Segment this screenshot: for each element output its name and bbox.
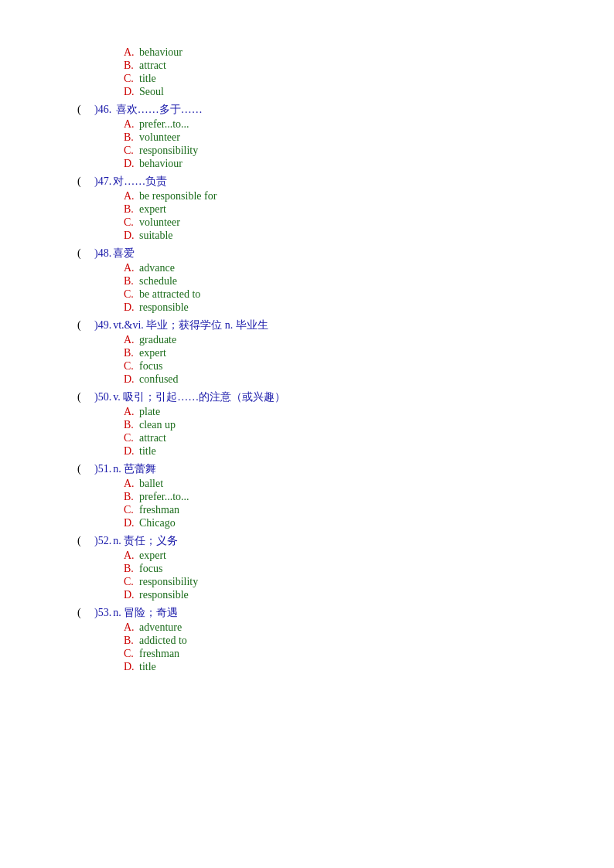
question-number-48: )48. [94, 247, 111, 260]
option-letter-52-d: D. [124, 589, 139, 601]
option-text-45-b: attract [139, 60, 166, 72]
option-text-53-c: freshman [139, 648, 179, 660]
options-53: A. adventure B. addicted to C. freshman … [124, 621, 537, 673]
option-46-c: C. responsibility [124, 145, 537, 157]
option-letter-51-b: B. [124, 491, 139, 503]
option-letter-52-a: A. [124, 550, 139, 562]
question-line-47: ( )47. 对……负责 [77, 175, 537, 189]
option-47-c: C. volunteer [124, 216, 537, 229]
option-47-a: A. be responsible for [124, 190, 537, 203]
question-line-52: ( )52. n. 责任；义务 [77, 534, 537, 548]
option-53-b: B. addicted to [124, 635, 537, 647]
option-45-d: D. Seoul [124, 86, 537, 98]
question-content-52: n. 责任；义务 [113, 534, 178, 548]
question-line-48: ( )48. 喜爱 [77, 247, 537, 260]
options-48: A. advance B. schedule C. be attracted t… [124, 262, 537, 314]
option-text-53-a: adventure [139, 621, 182, 634]
option-50-d: D. title [124, 445, 537, 458]
options-46: A. prefer...to... B. volunteer C. respon… [124, 118, 537, 170]
option-letter-45-a: A. [124, 46, 139, 59]
option-text-47-a: be responsible for [139, 190, 217, 203]
question-number-53: )53. [94, 607, 111, 619]
option-letter-49-a: A. [124, 334, 139, 346]
question-block-48: ( )48. 喜爱 A. advance B. schedule C. be a… [77, 247, 537, 314]
option-letter-53-a: A. [124, 621, 139, 634]
paren-left-47: ( [77, 175, 93, 188]
question-content-48: 喜爱 [113, 247, 135, 260]
question-content-49: vt.&vi. 毕业；获得学位 n. 毕业生 [113, 318, 268, 332]
option-text-48-c: be attracted to [139, 288, 200, 301]
option-letter-48-a: A. [124, 262, 139, 274]
option-49-a: A. graduate [124, 334, 537, 346]
option-text-52-b: focus [139, 563, 162, 575]
question-line-46: ( )46. 喜欢……多于…… [77, 103, 537, 117]
question-block-47: ( )47. 对……负责 A. be responsible for B. ex… [77, 175, 537, 242]
option-text-45-a: behaviour [139, 46, 182, 59]
option-text-46-c: responsibility [139, 145, 198, 157]
option-letter-46-c: C. [124, 145, 139, 157]
option-letter-49-b: B. [124, 347, 139, 359]
question-block-52: ( )52. n. 责任；义务 A. expert B. focus C. re… [77, 534, 537, 601]
option-45-c: C. title [124, 73, 537, 85]
option-53-a: A. adventure [124, 621, 537, 634]
question-number-52: )52. [94, 535, 111, 547]
option-text-49-c: focus [139, 360, 162, 373]
option-46-a: A. prefer...to... [124, 118, 537, 131]
option-letter-46-d: D. [124, 158, 139, 170]
question-number-49: )49. [94, 319, 111, 332]
option-letter-50-a: A. [124, 406, 139, 418]
question-number-51: )51. [94, 463, 111, 475]
option-text-48-d: responsible [139, 301, 189, 314]
option-letter-45-d: D. [124, 86, 139, 98]
option-text-46-a: prefer...to... [139, 118, 189, 131]
paren-left-49: ( [77, 319, 93, 332]
question-number-46: )46. 喜欢……多于…… [93, 103, 203, 117]
option-text-51-d: Chicago [139, 517, 176, 529]
option-text-45-d: Seoul [139, 86, 164, 98]
question-content-47: 对……负责 [113, 175, 167, 189]
quiz-container: A. behaviour B. attract C. title D. Seou… [77, 46, 537, 673]
question-block-49: ( )49. vt.&vi. 毕业；获得学位 n. 毕业生 A. graduat… [77, 318, 537, 386]
paren-left-50: ( [77, 391, 93, 403]
option-50-c: C. attract [124, 432, 537, 444]
option-letter-48-c: C. [124, 288, 139, 301]
paren-left-51: ( [77, 463, 93, 475]
option-52-b: B. focus [124, 563, 537, 575]
option-letter-53-b: B. [124, 635, 139, 647]
option-letter-49-c: C. [124, 360, 139, 373]
option-text-52-d: responsible [139, 589, 189, 601]
question-content-53: n. 冒险；奇遇 [113, 606, 178, 620]
option-letter-47-c: C. [124, 216, 139, 229]
option-49-c: C. focus [124, 360, 537, 373]
question-content-46: 喜欢……多于…… [116, 104, 203, 115]
question-block-45-options: A. behaviour B. attract C. title D. Seou… [77, 46, 537, 98]
question-number-47: )47. [94, 175, 111, 188]
option-text-52-a: expert [139, 550, 166, 562]
option-letter-51-a: A. [124, 478, 139, 490]
option-text-51-b: prefer...to... [139, 491, 189, 503]
option-letter-52-b: B. [124, 563, 139, 575]
option-letter-50-c: C. [124, 432, 139, 444]
option-50-b: B. clean up [124, 419, 537, 431]
option-letter-47-b: B. [124, 203, 139, 216]
option-49-d: D. confused [124, 373, 537, 386]
option-letter-45-c: C. [124, 73, 139, 85]
option-48-a: A. advance [124, 262, 537, 274]
option-letter-47-d: D. [124, 230, 139, 242]
option-49-b: B. expert [124, 347, 537, 359]
option-46-b: B. volunteer [124, 131, 537, 144]
option-text-47-b: expert [139, 203, 166, 216]
option-text-50-d: title [139, 445, 156, 458]
question-block-51: ( )51. n. 芭蕾舞 A. ballet B. prefer...to..… [77, 462, 537, 529]
question-text-46: )46. [94, 104, 111, 115]
option-51-a: A. ballet [124, 478, 537, 490]
option-text-50-c: attract [139, 432, 166, 444]
option-52-c: C. responsibility [124, 576, 537, 588]
options-52: A. expert B. focus C. responsibility D. … [124, 550, 537, 601]
option-text-51-a: ballet [139, 478, 163, 490]
option-text-46-b: volunteer [139, 131, 180, 144]
option-letter-51-c: C. [124, 504, 139, 516]
option-47-d: D. suitable [124, 230, 537, 242]
option-text-53-b: addicted to [139, 635, 187, 647]
option-letter-46-b: B. [124, 131, 139, 144]
